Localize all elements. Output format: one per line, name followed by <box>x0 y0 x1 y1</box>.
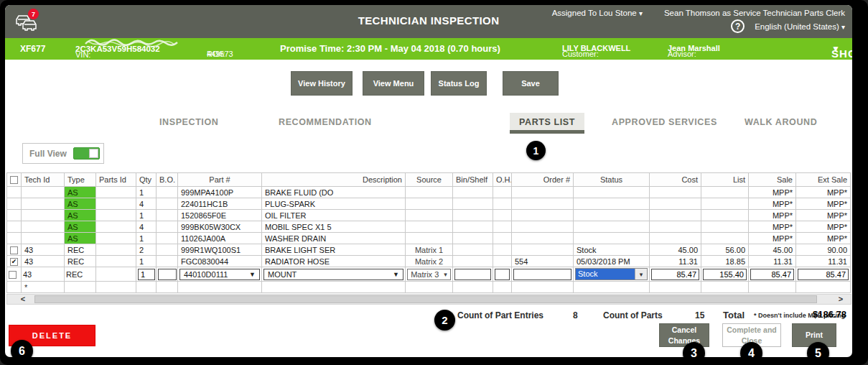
col-type: Type <box>65 173 96 187</box>
full-view-label: Full View <box>29 149 67 159</box>
cost-input[interactable] <box>651 269 699 280</box>
select-all-checkbox[interactable] <box>10 176 18 184</box>
count-parts-label: Count of Parts <box>603 310 663 320</box>
source-value: Matrix 3 <box>411 270 439 279</box>
language-dropdown[interactable]: English (United States) ▾ <box>755 22 845 31</box>
col-ext-sale: Ext Sale <box>796 173 851 187</box>
show-label: SHOW <box>831 47 852 60</box>
status-log-button[interactable]: Status Log <box>431 71 487 96</box>
vin-label: VIN: <box>75 50 90 59</box>
callout-5: 5 <box>807 342 829 364</box>
order-input[interactable] <box>513 269 571 280</box>
oh-input[interactable] <box>495 269 510 280</box>
tab-inspection[interactable]: INSPECTION <box>159 117 218 127</box>
view-history-button[interactable]: View History <box>291 71 353 96</box>
row-checkbox[interactable] <box>9 271 17 279</box>
col-sale: Sale <box>749 173 796 187</box>
part-number-combobox[interactable]: 44010D0111▼ <box>179 269 260 280</box>
table-row: AS 11520865F0EOIL FILTER MPP*MPP* <box>7 210 851 221</box>
parts-grid: Tech Id Type Parts Id Qty B.O. Part # De… <box>6 172 851 305</box>
horizontal-scrollbar[interactable]: < > <box>6 294 851 305</box>
chevron-down-icon: ▾ <box>841 23 845 31</box>
count-part-entries-value: 8 <box>573 310 578 320</box>
chevron-down-icon: ▼ <box>393 271 399 278</box>
show-toggle[interactable]: SHOW ▼ <box>831 42 841 54</box>
description-combobox[interactable]: MOUNT▼ <box>263 269 403 280</box>
col-oh: O.H. <box>493 173 512 187</box>
full-view-toggle[interactable] <box>73 147 100 160</box>
table-row: AS 111026JA00AWASHER DRAIN MPP*MPP* <box>7 233 851 244</box>
active-tab-underline <box>510 130 584 134</box>
view-menu-button[interactable]: View Menu <box>363 71 424 96</box>
customer-label: Customer: <box>562 50 599 58</box>
save-button[interactable]: Save <box>503 71 559 96</box>
qty-input[interactable] <box>138 269 155 280</box>
ext-sale-input[interactable] <box>798 269 849 280</box>
full-view-control: Full View <box>22 143 104 164</box>
col-part: Part # <box>178 173 262 187</box>
table-row: 43REC 2999R1WQ100S1BRAKE LIGHT SER Matri… <box>7 244 851 256</box>
list-input[interactable] <box>703 269 747 280</box>
col-status: Status <box>574 173 650 187</box>
assigned-to-dropdown[interactable]: Assigned To Lou Stone ▾ <box>552 9 643 17</box>
ro-value: 449573 <box>207 50 233 58</box>
screenshot-frame: 7 TECHNICIAN INSPECTION Assigned To Lou … <box>0 0 868 365</box>
callout-4: 4 <box>740 342 762 364</box>
callout-3: 3 <box>683 342 705 364</box>
tab-bar: INSPECTION RECOMMENDATION PARTS LIST APP… <box>5 113 852 139</box>
repair-order-bar: XF677 VIN: 2C3KA53V59H584032 RO#: 449573… <box>5 38 852 60</box>
col-list: List <box>701 173 749 187</box>
callout-2: 2 <box>434 310 455 331</box>
total-label: Total <box>723 310 745 320</box>
top-bar-right: Assigned To Lou Stone ▾ Sean Thomson as … <box>552 9 845 33</box>
parts-table: Tech Id Type Parts Id Qty B.O. Part # De… <box>6 172 851 293</box>
scroll-right-icon[interactable]: > <box>832 295 849 304</box>
table-header-row: Tech Id Type Parts Id Qty B.O. Part # De… <box>7 173 851 187</box>
status-value: Stock <box>576 269 635 279</box>
col-source: Source <box>406 173 453 187</box>
tab-approved-services[interactable]: APPROVED SERVICES <box>612 117 717 127</box>
tab-recommendation[interactable]: RECOMMENDATION <box>279 117 372 127</box>
source-select[interactable]: Matrix 3▾ <box>407 269 451 280</box>
vin-redaction-scribble <box>84 37 179 47</box>
customer: Customer: LILY BLACKWELL <box>562 44 630 52</box>
bo-input[interactable] <box>158 269 177 280</box>
count-parts-value: 15 <box>695 310 704 320</box>
status-select[interactable]: Stock▾ <box>575 268 648 280</box>
total-value: $186.78 <box>813 309 846 320</box>
col-description: Description <box>262 173 406 187</box>
count-part-entries-label: Count of Part Entries <box>457 310 543 320</box>
table-row-editing: 43REC 44010D0111▼ MOUNT▼ Matrix 3▾ Stock… <box>7 267 851 282</box>
tab-parts-list[interactable]: PARTS LIST <box>510 113 584 130</box>
vehicle-tag: XF677 <box>20 44 45 54</box>
col-cost: Cost <box>650 173 701 187</box>
callout-1: 1 <box>526 141 546 160</box>
callout-6: 6 <box>11 340 33 362</box>
tab-walk-around[interactable]: WALK AROUND <box>745 117 817 127</box>
scrollbar-thumb[interactable] <box>34 295 817 303</box>
chevron-down-icon: ▾ <box>639 9 643 17</box>
footer: Count of Part Entries 8 Count of Parts 1… <box>5 305 852 357</box>
sale-input[interactable] <box>750 269 794 280</box>
description-value: MOUNT <box>268 270 297 279</box>
notification-badge: 7 <box>28 9 39 19</box>
row-checkbox[interactable] <box>10 246 18 254</box>
check-icon: ✔ <box>11 258 17 265</box>
bin-shelf-input[interactable] <box>454 269 491 280</box>
toggle-knob <box>89 149 98 158</box>
advisor: Advisor: Jean Marshall <box>668 44 720 52</box>
col-bo: B.O. <box>157 173 178 187</box>
tab-parts-list-label: PARTS LIST <box>519 117 575 127</box>
part-number-value: 44010D0111 <box>184 270 228 279</box>
app-window: 7 TECHNICIAN INSPECTION Assigned To Lou … <box>5 5 852 357</box>
col-tech-id: Tech Id <box>22 173 65 187</box>
scroll-left-icon[interactable]: < <box>14 295 32 304</box>
row-checkbox-checked[interactable]: ✔ <box>10 258 18 266</box>
help-icon[interactable]: ? <box>731 19 745 33</box>
page-title: TECHNICIAN INSPECTION <box>358 14 500 27</box>
chevron-down-icon: ▾ <box>444 271 447 278</box>
vehicles-queue-icon[interactable]: 7 <box>14 11 45 34</box>
cancel-changes-button[interactable]: Cancel Changes <box>659 323 709 347</box>
col-qty: Qty <box>136 173 157 187</box>
table-row: ✔ 43REC 1FGC0830044RADIATOR HOSE Matrix … <box>7 256 851 267</box>
